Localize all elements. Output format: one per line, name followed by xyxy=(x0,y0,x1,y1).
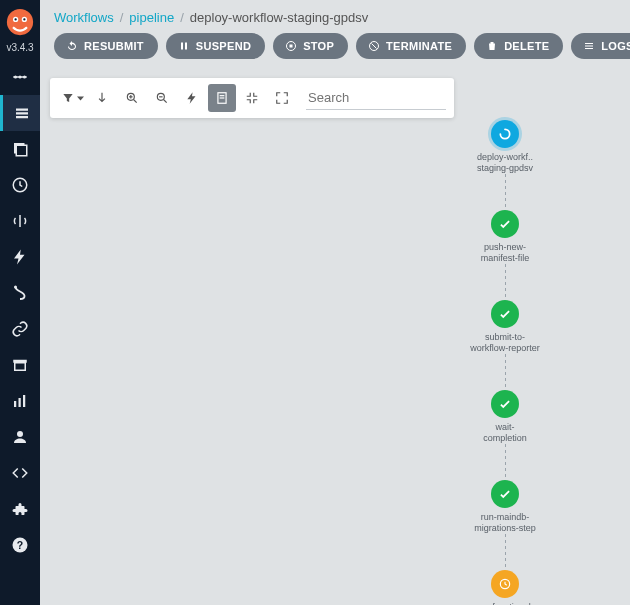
node-label: wait-completion xyxy=(460,422,550,444)
nav-workflows-icon[interactable] xyxy=(0,95,40,131)
svg-rect-17 xyxy=(23,395,25,407)
breadcrumb-sep: / xyxy=(120,10,124,25)
sidebar: v3.4.3 ? xyxy=(0,0,40,605)
breadcrumb-root[interactable]: Workflows xyxy=(54,10,114,25)
nav-user-icon[interactable] xyxy=(0,419,40,455)
check-icon xyxy=(498,307,512,321)
svg-rect-15 xyxy=(14,401,16,407)
svg-rect-10 xyxy=(16,145,27,156)
svg-rect-24 xyxy=(290,45,293,48)
detail-toggle-button[interactable] xyxy=(208,84,236,112)
graph-edge xyxy=(505,264,506,300)
svg-point-12 xyxy=(14,286,17,289)
svg-rect-22 xyxy=(185,43,187,50)
suspend-button[interactable]: SUSPEND xyxy=(166,33,265,59)
svg-line-42 xyxy=(164,100,167,103)
node-func-circle[interactable] xyxy=(491,570,519,598)
fast-button[interactable] xyxy=(178,84,206,112)
breadcrumb-sep: / xyxy=(180,10,184,25)
bars-icon xyxy=(583,40,595,52)
nav-link-icon[interactable] xyxy=(0,311,40,347)
terminate-button[interactable]: TERMINATE xyxy=(356,33,466,59)
node-submit-circle[interactable] xyxy=(491,300,519,328)
running-icon xyxy=(498,127,512,141)
logs-button[interactable]: LOGS xyxy=(571,33,630,59)
node-func: run-functional-tests-step xyxy=(460,570,550,605)
nav-cron-icon[interactable] xyxy=(0,167,40,203)
svg-point-3 xyxy=(14,18,16,20)
svg-rect-28 xyxy=(585,46,593,47)
graph-edge xyxy=(505,534,506,570)
svg-rect-29 xyxy=(585,48,593,49)
nav-eventflow-icon[interactable] xyxy=(0,275,40,311)
graph-toolbar xyxy=(50,78,454,118)
breadcrumb-workflow: deploy-workflow-staging-gpdsv xyxy=(190,10,368,25)
search-input[interactable] xyxy=(306,86,446,110)
direction-button[interactable] xyxy=(88,84,116,112)
resubmit-button[interactable]: RESUBMIT xyxy=(54,33,158,59)
collapse-button[interactable] xyxy=(238,84,266,112)
svg-rect-16 xyxy=(19,398,21,407)
graph-edge xyxy=(505,444,506,480)
nav-help-icon[interactable]: ? xyxy=(0,527,40,563)
svg-point-7 xyxy=(19,76,22,79)
terminate-icon xyxy=(368,40,380,52)
nav-templates-icon[interactable] xyxy=(0,131,40,167)
svg-point-18 xyxy=(17,431,23,437)
redo-icon xyxy=(66,40,78,52)
argo-logo xyxy=(6,8,34,36)
check-icon xyxy=(498,487,512,501)
svg-point-6 xyxy=(14,76,17,79)
pause-icon xyxy=(178,40,190,52)
filter-button[interactable] xyxy=(58,84,86,112)
node-root: deploy-workf..staging-gpdsv xyxy=(460,120,550,174)
graph-edge xyxy=(505,354,506,390)
node-wait: wait-completion xyxy=(460,390,550,444)
nav-reports-icon[interactable] xyxy=(0,383,40,419)
graph-edge xyxy=(505,174,506,210)
breadcrumb-namespace[interactable]: pipeline xyxy=(129,10,174,25)
nav-api-icon[interactable] xyxy=(0,455,40,491)
node-wait-circle[interactable] xyxy=(491,390,519,418)
workflow-graph: deploy-workf..staging-gpdsv push-new-man… xyxy=(460,120,550,605)
nav-events-icon[interactable] xyxy=(0,239,40,275)
node-push-circle[interactable] xyxy=(491,210,519,238)
nav-timeline-icon[interactable] xyxy=(0,59,40,95)
svg-rect-14 xyxy=(15,363,26,371)
svg-rect-27 xyxy=(585,43,593,44)
main-area: Workflows / pipeline / deploy-workflow-s… xyxy=(40,0,630,605)
delete-button[interactable]: DELETE xyxy=(474,33,563,59)
svg-point-8 xyxy=(23,76,26,79)
nav-sensors-icon[interactable] xyxy=(0,203,40,239)
nav-plugins-icon[interactable] xyxy=(0,491,40,527)
check-icon xyxy=(498,397,512,411)
version-label: v3.4.3 xyxy=(6,42,33,53)
node-mig-circle[interactable] xyxy=(491,480,519,508)
fullscreen-button[interactable] xyxy=(268,84,296,112)
svg-rect-21 xyxy=(181,43,183,50)
action-bar: RESUBMIT SUSPEND STOP TERMINATE DELETE L… xyxy=(40,33,630,71)
check-icon xyxy=(498,217,512,231)
nav-archive-icon[interactable] xyxy=(0,347,40,383)
node-root-circle[interactable] xyxy=(491,120,519,148)
node-label: deploy-workf..staging-gpdsv xyxy=(460,152,550,174)
trash-icon xyxy=(486,40,498,52)
node-label: run-maindb-migrations-step xyxy=(460,512,550,534)
svg-point-4 xyxy=(23,18,25,20)
svg-line-38 xyxy=(134,100,137,103)
svg-line-26 xyxy=(372,44,377,49)
zoom-in-button[interactable] xyxy=(118,84,146,112)
clock-icon xyxy=(498,577,512,591)
breadcrumb: Workflows / pipeline / deploy-workflow-s… xyxy=(40,0,630,33)
zoom-out-button[interactable] xyxy=(148,84,176,112)
node-push: push-new-manifest-file xyxy=(460,210,550,264)
stop-icon xyxy=(285,40,297,52)
node-mig: run-maindb-migrations-step xyxy=(460,480,550,534)
node-label: push-new-manifest-file xyxy=(460,242,550,264)
graph-canvas[interactable]: deploy-workf..staging-gpdsv push-new-man… xyxy=(40,70,630,605)
node-submit: submit-to-workflow-reporter xyxy=(460,300,550,354)
node-label: submit-to-workflow-reporter xyxy=(460,332,550,354)
svg-text:?: ? xyxy=(17,539,23,551)
stop-button[interactable]: STOP xyxy=(273,33,348,59)
